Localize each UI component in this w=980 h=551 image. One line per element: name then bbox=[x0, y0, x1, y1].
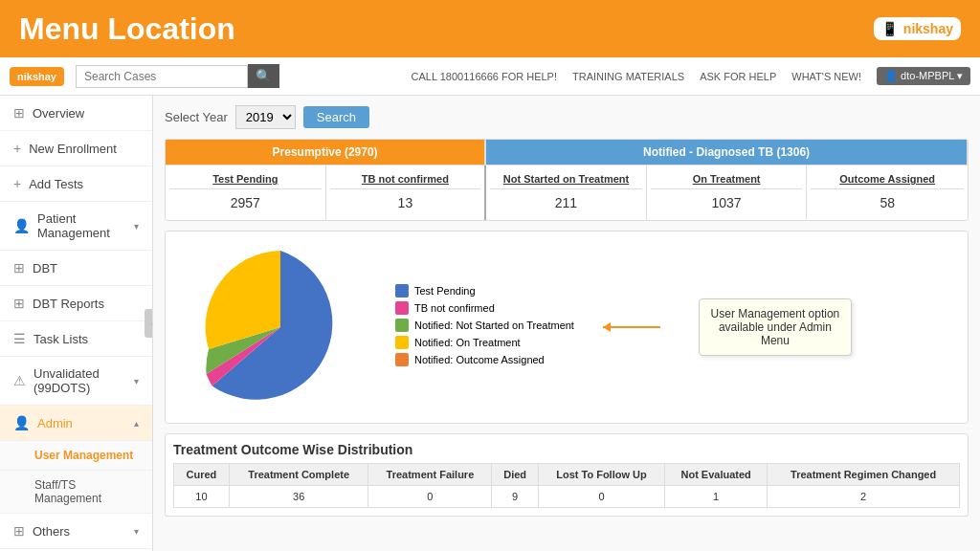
others-icon: ⊞ bbox=[13, 523, 25, 539]
legend-color-test-pending bbox=[395, 284, 409, 298]
legend-label-not-started: Notified: Not Started on Treatment bbox=[414, 320, 574, 331]
sidebar-item-patient-management[interactable]: 👤 Patient Management ▾ bbox=[0, 202, 152, 251]
banner: Menu Location 📱 nikshay bbox=[0, 0, 980, 57]
legend-color-on-treatment bbox=[395, 336, 409, 349]
task-icon: ☰ bbox=[13, 331, 26, 346]
sidebar-subitem-user-management[interactable]: User Management bbox=[0, 441, 152, 471]
sidebar-item-label: Add Tests bbox=[29, 177, 83, 191]
year-selector: Select Year 2019 2018 2020 Search bbox=[165, 105, 969, 129]
val-regimen-changed: 2 bbox=[768, 486, 960, 508]
sidebar-item-task-lists[interactable]: ☰ Task Lists bbox=[0, 321, 152, 357]
outcomes-table: Cured Treatment Complete Treatment Failu… bbox=[173, 463, 960, 508]
col-header-died: Died bbox=[492, 464, 538, 486]
sidebar-item-label: Admin bbox=[37, 416, 73, 430]
outcome-assigned-header: Outcome Assigned bbox=[811, 169, 964, 189]
sidebar-item-label: Task Lists bbox=[33, 332, 88, 346]
on-treatment-value: 1037 bbox=[651, 189, 803, 216]
search-button-year[interactable]: Search bbox=[303, 106, 369, 128]
sidebar-item-dbt-reports[interactable]: ⊞ DBT Reports bbox=[0, 286, 152, 321]
nav-training[interactable]: TRAINING MATERIALS bbox=[572, 71, 684, 82]
chevron-down-icon-others: ▾ bbox=[134, 526, 139, 537]
tooltip-arrow-line bbox=[603, 326, 660, 328]
sidebar-item-unvalidated[interactable]: ⚠ Unvalidated (99DOTS) ▾ bbox=[0, 357, 152, 406]
sidebar-item-label: Unvalidated (99DOTS) bbox=[33, 366, 126, 395]
val-treatment-failure: 0 bbox=[368, 486, 492, 508]
sidebar: ⊞ Overview + New Enrollment + Add Tests … bbox=[0, 96, 153, 551]
outcomes-header-row: Cured Treatment Complete Treatment Failu… bbox=[174, 464, 960, 486]
legend-label-test-pending: Test Pending bbox=[414, 285, 476, 297]
year-select[interactable]: 2019 2018 2020 bbox=[235, 105, 296, 129]
tooltip-area: User Management option available under A… bbox=[603, 298, 852, 356]
sidebar-collapse-button[interactable]: ‹ bbox=[145, 309, 153, 338]
col-header-lost-follow-up: Lost To Follow Up bbox=[538, 464, 664, 486]
nav-logo: nikshay bbox=[10, 67, 64, 86]
tb-not-confirmed-value: 13 bbox=[330, 189, 481, 216]
plus-icon-enrollment: + bbox=[13, 141, 21, 156]
banner-logo: 📱 nikshay bbox=[874, 17, 961, 40]
sidebar-item-dbt[interactable]: ⊞ DBT bbox=[0, 251, 152, 286]
nav-help-call[interactable]: CALL 1800116666 FOR HELP! bbox=[412, 71, 557, 82]
col-header-treatment-complete: Treatment Complete bbox=[229, 464, 368, 486]
admin-icon: 👤 bbox=[13, 415, 30, 430]
sidebar-subitem-staff-management[interactable]: Staff/TS Management bbox=[0, 471, 152, 514]
legend-item-test-pending: Test Pending bbox=[395, 284, 574, 298]
legend-color-outcome-assigned bbox=[395, 353, 409, 366]
chevron-down-icon: ▾ bbox=[134, 221, 139, 231]
tooltip-text: User Management option available under A… bbox=[711, 307, 840, 347]
tooltip-box: User Management option available under A… bbox=[699, 298, 852, 356]
overview-icon: ⊞ bbox=[13, 105, 25, 121]
val-not-evaluated: 1 bbox=[665, 486, 768, 508]
test-pending-col: Test Pending 2957 bbox=[166, 165, 326, 220]
sidebar-item-label: DBT Reports bbox=[33, 297, 104, 311]
col-header-treatment-failure: Treatment Failure bbox=[368, 464, 492, 486]
outcomes-section: Treatment Outcome Wise Distribution Cure… bbox=[165, 433, 969, 517]
sidebar-item-label: New Enrollment bbox=[29, 142, 117, 156]
legend-label-on-treatment: Notified: On Treatment bbox=[414, 337, 521, 348]
legend-item-not-started: Notified: Not Started on Treatment bbox=[395, 319, 574, 332]
tb-not-confirmed-col: TB not confirmed 13 bbox=[326, 165, 487, 220]
chart-area: Test Pending TB not confirmed Notified: … bbox=[165, 231, 969, 424]
pie-chart bbox=[185, 241, 376, 413]
col-header-not-evaluated: Not Evaluated bbox=[665, 464, 768, 486]
sidebar-item-others[interactable]: ⊞ Others ▾ bbox=[0, 514, 152, 549]
outcome-assigned-value: 58 bbox=[811, 189, 964, 216]
sidebar-item-admin[interactable]: 👤 Admin ▴ bbox=[0, 406, 152, 441]
search-button[interactable]: 🔍 bbox=[248, 64, 279, 88]
nav-user[interactable]: 👤 dto-MPBPL ▾ bbox=[877, 67, 970, 85]
legend-item-on-treatment: Notified: On Treatment bbox=[395, 336, 574, 349]
test-pending-value: 2957 bbox=[169, 189, 322, 216]
logo-icon: 📱 bbox=[881, 21, 898, 36]
stats-header: Presumptive (2970) Notified - Diagnosed … bbox=[166, 140, 968, 165]
main-layout: ⊞ Overview + New Enrollment + Add Tests … bbox=[0, 96, 980, 551]
presumptive-header: Presumptive (2970) bbox=[166, 140, 486, 165]
on-treatment-col: On Treatment 1037 bbox=[647, 165, 808, 220]
navbar: nikshay 🔍 CALL 1800116666 FOR HELP! TRAI… bbox=[0, 57, 980, 96]
chevron-down-icon-unvalidated: ▾ bbox=[134, 376, 139, 386]
sidebar-item-new-enrollment[interactable]: + New Enrollment bbox=[0, 131, 152, 166]
warning-icon: ⚠ bbox=[13, 373, 26, 388]
sidebar-subitem-label: User Management bbox=[34, 449, 133, 462]
not-started-col: Not Started on Treatment 211 bbox=[486, 165, 647, 220]
notified-header: Notified - Diagnosed TB (1306) bbox=[486, 140, 968, 165]
legend-color-tb-not-confirmed bbox=[395, 301, 409, 315]
nav-ask-help[interactable]: ASK FOR HELP bbox=[700, 71, 776, 82]
sidebar-subitem-label: Staff/TS Management bbox=[34, 478, 101, 505]
stats-columns: Test Pending 2957 TB not confirmed 13 No… bbox=[166, 165, 968, 220]
not-started-value: 211 bbox=[490, 189, 642, 216]
chevron-up-icon: ▴ bbox=[134, 418, 139, 429]
sidebar-item-overview[interactable]: ⊞ Overview bbox=[0, 96, 152, 131]
year-label: Select Year bbox=[165, 110, 228, 124]
col-header-cured: Cured bbox=[174, 464, 230, 486]
test-pending-header: Test Pending bbox=[169, 169, 322, 189]
patient-icon: 👤 bbox=[13, 218, 30, 233]
val-lost-follow-up: 0 bbox=[538, 486, 664, 508]
not-started-header: Not Started on Treatment bbox=[490, 169, 642, 189]
content-area: Select Year 2019 2018 2020 Search Presum… bbox=[153, 96, 980, 551]
banner-title: Menu Location bbox=[19, 11, 235, 47]
nav-whats-new[interactable]: WHAT'S NEW! bbox=[791, 71, 861, 82]
nav-links: CALL 1800116666 FOR HELP! TRAINING MATER… bbox=[412, 67, 970, 85]
sidebar-item-label: Patient Management bbox=[37, 211, 126, 240]
sidebar-item-label: DBT bbox=[33, 261, 57, 276]
sidebar-item-add-tests[interactable]: + Add Tests bbox=[0, 166, 152, 202]
search-input[interactable] bbox=[76, 65, 248, 88]
